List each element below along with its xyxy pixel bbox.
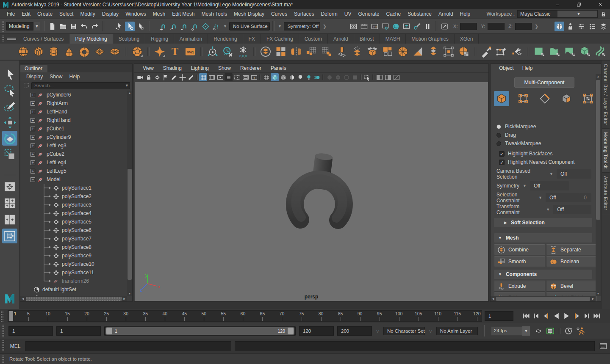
filter-icon[interactable] xyxy=(23,82,30,89)
humanik-toggle-icon[interactable] xyxy=(566,22,575,31)
select-by-hierarchy-icon[interactable] xyxy=(114,22,124,31)
range-slider-grip[interactable] xyxy=(1,324,5,337)
scroll-thumb[interactable] xyxy=(596,80,600,220)
shelf-tab-poly-modeling[interactable]: Poly Modeling xyxy=(69,34,113,44)
play-forwards-button[interactable] xyxy=(562,312,571,321)
menu-uv[interactable]: UV xyxy=(341,9,355,19)
chevron-down-icon[interactable]: ▽ xyxy=(375,329,380,333)
display-layers-icon[interactable] xyxy=(599,22,608,31)
outliner-item-polysurface3[interactable]: polySurface3 xyxy=(20,201,127,209)
menu-mesh-tools[interactable]: Mesh Tools xyxy=(198,9,230,19)
poly-torus-icon[interactable] xyxy=(78,45,91,58)
select-camera-icon[interactable] xyxy=(136,73,144,81)
scroll-up-icon[interactable]: ▲ xyxy=(127,91,132,96)
object-mode-icon[interactable] xyxy=(494,91,509,106)
shelf-tab-fx[interactable]: FX xyxy=(243,34,261,44)
select-tool[interactable] xyxy=(2,66,17,81)
auto-keyframe-icon[interactable] xyxy=(563,326,574,336)
close-button[interactable] xyxy=(591,0,610,9)
menu-create[interactable]: Create xyxy=(34,9,56,19)
current-frame-field[interactable]: 1 xyxy=(485,311,513,321)
redo-icon[interactable] xyxy=(90,22,100,31)
radio-dot[interactable] xyxy=(496,141,501,146)
cached-playback-icon[interactable] xyxy=(545,326,555,336)
shelf-tab-animation[interactable]: Animation xyxy=(174,34,208,44)
2d-pan-zoom-icon[interactable] xyxy=(178,73,186,81)
resolution-gate-icon[interactable] xyxy=(216,73,224,81)
menu-modify[interactable]: Modify xyxy=(77,9,98,19)
expander-icon[interactable]: + xyxy=(30,143,35,148)
range-start-handle[interactable] xyxy=(106,328,112,334)
separate-button[interactable]: Separate xyxy=(546,244,597,255)
pane-layout-2-icon[interactable] xyxy=(384,73,392,81)
toolkit-menu-object[interactable]: Object xyxy=(496,65,517,71)
menu-generate[interactable]: Generate xyxy=(355,9,383,19)
outliner-horizontal-scrollbar[interactable]: ◀ ▶ xyxy=(20,296,127,301)
playback-loop-icon[interactable] xyxy=(533,326,543,336)
outliner-vertical-scrollbar[interactable]: ▲ ▼ xyxy=(127,91,132,296)
camera-attributes-icon[interactable] xyxy=(153,73,161,81)
combine-button[interactable]: Combine xyxy=(494,244,545,255)
four-pane-layout[interactable] xyxy=(2,196,17,210)
play-backwards-button[interactable] xyxy=(552,312,561,321)
step-back-frame-button[interactable] xyxy=(531,312,541,321)
select-by-object-icon[interactable] xyxy=(125,22,135,31)
checkbox-icon[interactable]: ✓ xyxy=(499,160,505,165)
command-result-field[interactable] xyxy=(235,341,595,351)
pane-layout-icon[interactable] xyxy=(375,73,383,81)
ipr-render-icon[interactable]: IPR xyxy=(370,22,380,31)
freeze-transformations-icon[interactable]: 0,0,0 xyxy=(237,45,250,58)
viewport-menu-show[interactable]: Show xyxy=(214,65,235,71)
image-plane-icon[interactable] xyxy=(170,73,178,81)
y-coordinate-field[interactable] xyxy=(488,23,505,30)
select-by-component-icon[interactable] xyxy=(136,22,145,31)
character-set-field[interactable]: No Character Set xyxy=(383,327,425,335)
xray-icon[interactable] xyxy=(325,73,333,81)
chevron-down-icon[interactable]: ▼ xyxy=(549,172,554,176)
menu-arnold[interactable]: Arnold xyxy=(435,9,457,19)
bevel-icon[interactable] xyxy=(351,45,363,58)
make-live-icon[interactable] xyxy=(211,22,221,31)
channel-box-toggle-icon[interactable] xyxy=(577,22,586,31)
menu-substance[interactable]: Substance xyxy=(404,9,435,19)
chevron-down-icon[interactable]: ▼ xyxy=(538,196,543,200)
move-tool[interactable] xyxy=(2,115,17,130)
dropdown-row-transform-constraint[interactable]: Transform Constraint▼Off xyxy=(496,204,591,215)
outliner-item-transform26[interactable]: transform26 xyxy=(20,277,127,285)
expander-icon[interactable]: + xyxy=(30,127,35,131)
menu-surfaces[interactable]: Surfaces xyxy=(291,9,317,19)
workspace-dropdown[interactable]: Maya Classic ▼ xyxy=(517,10,598,18)
side-tab-attribute-editor[interactable]: Attribute Editor xyxy=(602,173,610,214)
dropdown-value[interactable]: Off xyxy=(530,181,569,190)
symmetry-field[interactable]: Symmetry: Off xyxy=(284,22,320,30)
go-to-start-button[interactable] xyxy=(521,312,530,321)
toolkit-menu-help[interactable]: Help xyxy=(519,65,536,71)
menu-file[interactable]: File xyxy=(3,9,18,19)
multi-cut-tool-icon[interactable] xyxy=(495,45,508,58)
menu-curves[interactable]: Curves xyxy=(268,9,291,19)
shelf-tab-mash[interactable]: MASH xyxy=(380,34,406,44)
step-forward-frame-button[interactable] xyxy=(582,312,591,321)
snap-to-point-icon[interactable] xyxy=(180,22,189,31)
dropdown-row-selection-constraint[interactable]: Selection Constraint▼Off0 xyxy=(496,193,591,203)
gate-mask-icon[interactable] xyxy=(225,73,233,81)
poly-cylinder-icon[interactable] xyxy=(47,45,60,58)
single-pane-layout[interactable] xyxy=(2,179,17,194)
maximize-pane-icon[interactable] xyxy=(392,73,400,81)
render-view-icon[interactable] xyxy=(349,22,358,31)
crease-tool-icon[interactable] xyxy=(480,45,493,58)
scroll-right-icon[interactable]: ▶ xyxy=(122,297,127,301)
command-line-grip[interactable] xyxy=(1,340,5,352)
radio-tweak-marquee[interactable]: Tweak/Marquee xyxy=(496,139,541,148)
radio-dot[interactable] xyxy=(496,133,501,138)
outliner-tab[interactable]: Outliner xyxy=(20,65,47,72)
menu-edit-mesh[interactable]: Edit Mesh xyxy=(169,9,198,19)
poly-plane-icon[interactable] xyxy=(93,45,106,58)
viewport-menu-renderer[interactable]: Renderer xyxy=(236,65,266,71)
new-scene-icon[interactable] xyxy=(47,22,57,31)
chevron-down-icon[interactable]: ▼ xyxy=(124,83,130,88)
live-surface-field[interactable]: No Live Surface xyxy=(229,22,270,30)
poly-cone-icon[interactable] xyxy=(63,45,75,58)
mirror-icon[interactable] xyxy=(290,45,302,58)
shelf-tab-xgen[interactable]: XGen xyxy=(455,34,479,44)
